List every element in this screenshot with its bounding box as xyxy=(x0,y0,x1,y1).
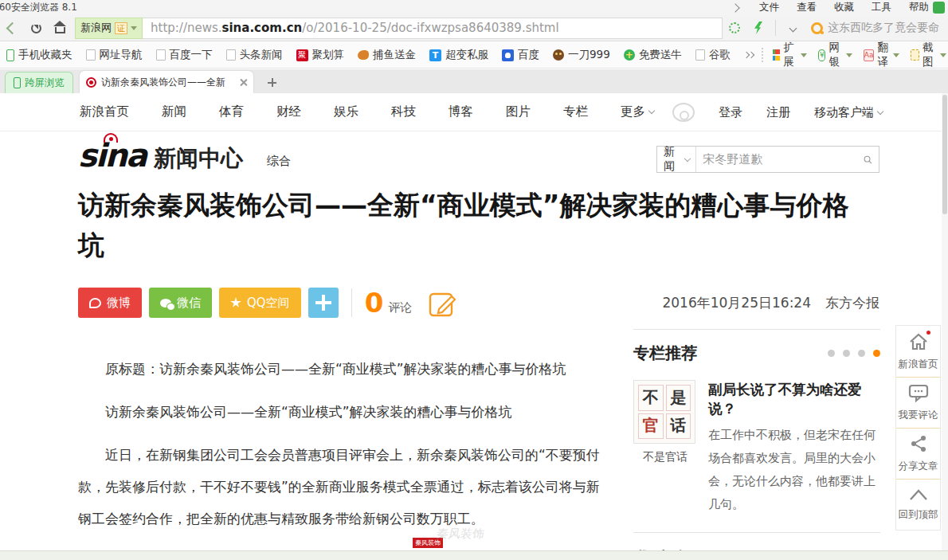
search-input[interactable] xyxy=(696,152,864,166)
search-engine-icon xyxy=(811,22,823,34)
nav-news[interactable]: 新闻 xyxy=(162,104,186,120)
share-weibo-button[interactable]: 微博 xyxy=(78,288,142,318)
phone-icon xyxy=(6,49,14,61)
rail-home-button[interactable]: 新浪首页 xyxy=(896,326,940,377)
bank-button[interactable]: 网银 xyxy=(818,41,852,69)
bookmark-baidu[interactable]: 百度 xyxy=(502,48,539,62)
bookmark-free-gift[interactable]: 免费送牛 xyxy=(624,48,682,62)
bookmark-yidao999[interactable]: 一刀999 xyxy=(553,48,610,62)
mobile-client-link[interactable]: 移动客户端 xyxy=(814,105,883,120)
nav-tech[interactable]: 科技 xyxy=(391,104,416,120)
calligraphy-image: 不 是 官 话 xyxy=(633,380,695,444)
translate-button[interactable]: 翻译 xyxy=(864,41,900,69)
rail-home-label: 新浪首页 xyxy=(899,358,938,371)
comment-count[interactable]: 0 xyxy=(365,287,384,319)
comment-icon xyxy=(908,383,929,405)
bookmark-game-server[interactable]: 超变私服 xyxy=(429,48,488,62)
carousel-dot[interactable] xyxy=(828,350,835,357)
bookmark-mobile-favorites[interactable]: 手机收藏夹 xyxy=(6,48,72,62)
owl-icon xyxy=(553,49,564,61)
grid-icon xyxy=(773,49,780,61)
back-button[interactable] xyxy=(0,18,24,38)
nav-blog[interactable]: 博客 xyxy=(449,104,473,120)
active-tab[interactable]: 访新余秦风装饰公司——全新 xyxy=(80,71,253,93)
chevron-down-icon xyxy=(893,53,899,57)
bookmark-juhuasuan[interactable]: 聚划算 xyxy=(296,48,345,62)
cross-screen-label: 跨屏浏览 xyxy=(25,76,65,90)
new-tab-button[interactable] xyxy=(261,75,282,91)
comment-label[interactable]: 评论 xyxy=(388,300,412,315)
article-title: 访新余秦风装饰公司——全新“商业模式”解决家装的糟心事与价格坑 xyxy=(78,186,871,265)
featured-title[interactable]: 副局长说了不算为啥还爱说？ xyxy=(708,380,880,418)
address-dropdown-button[interactable] xyxy=(781,18,805,38)
rail-share-button[interactable]: 分享文章 xyxy=(896,428,940,479)
browser-window: 360安全浏览器 8.1 文件 查看 收藏 工具 帮助 新浪网 证 http:/… xyxy=(0,0,948,560)
channel-label[interactable]: 综合 xyxy=(267,151,291,171)
share-wechat-button[interactable]: 微信 xyxy=(149,288,212,318)
bookmark-toutiao[interactable]: 头条新闻 xyxy=(226,48,283,62)
register-link[interactable]: 注册 xyxy=(766,105,790,120)
page-icon xyxy=(86,49,96,61)
url-field[interactable]: http://news.sina.com.cn/o/2016-10-25/doc… xyxy=(143,18,723,39)
nav-ent[interactable]: 娱乐 xyxy=(334,104,358,120)
ext-label: 网银 xyxy=(829,41,842,69)
quick-search-box[interactable]: 这东西吃多了竟会要命 xyxy=(811,21,948,35)
share-more-button[interactable] xyxy=(308,288,339,318)
cross-screen-button[interactable]: 跨屏浏览 xyxy=(5,72,73,93)
article-source[interactable]: 东方今报 xyxy=(825,294,879,312)
share-wechat-label: 微信 xyxy=(177,296,201,311)
rail-backtotop-label: 回到顶部 xyxy=(899,508,938,522)
search-category-select[interactable]: 新闻 xyxy=(657,147,696,172)
floating-toolbar: 新浪首页 我要评论 分享文章 回到顶部 xyxy=(895,325,941,531)
bookmarks-overflow-icon[interactable] xyxy=(744,53,754,57)
carousel-dot[interactable] xyxy=(843,350,850,357)
menu-overflow-icon[interactable] xyxy=(731,3,739,12)
tab-bar: 跨屏浏览 访新余秦风装饰公司——全新 xyxy=(0,69,948,93)
bookmark-fishing[interactable]: 捕鱼送金 xyxy=(358,48,416,62)
carousel-dot-active[interactable] xyxy=(873,350,880,357)
menu-tools[interactable]: 工具 xyxy=(872,1,891,14)
chevron-down-icon xyxy=(648,108,655,114)
search-icon[interactable] xyxy=(864,152,872,167)
bookmarks-bar: 手机收藏夹 网址导航 百度一下 头条新闻 聚划算 捕鱼送金 超变私服 百度 一刀… xyxy=(0,42,948,69)
site-section-title[interactable]: 新闻中心 xyxy=(154,146,243,171)
refresh-button[interactable] xyxy=(24,18,48,38)
nav-finance[interactable]: 财经 xyxy=(276,104,301,120)
menu-help[interactable]: 帮助 xyxy=(909,1,929,14)
bookmark-nav-site[interactable]: 网址导航 xyxy=(86,48,143,62)
scrollbar[interactable] xyxy=(942,93,948,550)
sina-logo[interactable]: sina xyxy=(78,139,146,171)
toolbar-divider xyxy=(775,20,776,36)
carousel-dot[interactable] xyxy=(858,350,865,357)
adfilter-button[interactable] xyxy=(723,18,746,38)
nav-sports[interactable]: 体育 xyxy=(219,104,244,120)
mobile-client-label: 移动客户端 xyxy=(814,105,874,120)
bookmark-baidu-search[interactable]: 百度一下 xyxy=(156,48,213,62)
screenshot-button[interactable]: 截图 xyxy=(911,41,946,69)
nav-photo[interactable]: 图片 xyxy=(506,104,531,120)
write-comment-icon[interactable] xyxy=(428,288,458,318)
rail-comment-button[interactable]: 我要评论 xyxy=(896,377,940,428)
bookmark-google[interactable]: 谷歌 xyxy=(695,48,731,62)
site-identity-badge[interactable]: 新浪网 证 xyxy=(75,18,143,39)
nav-home[interactable]: 新浪首页 xyxy=(80,104,129,120)
extensions-button[interactable]: 扩展 xyxy=(773,41,808,69)
scrollbar-thumb[interactable] xyxy=(942,95,947,214)
login-link[interactable]: 登录 xyxy=(719,105,742,120)
rail-backtotop-button[interactable]: 回到顶部 xyxy=(896,479,940,530)
nav-more[interactable]: 更多 xyxy=(621,104,654,120)
lightning-icon xyxy=(754,22,762,34)
menu-favorites[interactable]: 收藏 xyxy=(834,1,854,14)
rail-share-label: 分享文章 xyxy=(899,460,938,473)
menu-file[interactable]: 文件 xyxy=(759,1,779,14)
ext-label: 扩展 xyxy=(783,41,797,69)
close-tab-icon[interactable] xyxy=(240,79,247,86)
browser-logo-icon[interactable] xyxy=(933,2,945,14)
home-button[interactable] xyxy=(48,18,72,38)
nav-column[interactable]: 专栏 xyxy=(563,104,588,120)
toolbar-grip-icon[interactable] xyxy=(762,48,763,62)
turbo-button[interactable] xyxy=(746,18,770,38)
featured-thumb[interactable]: 不 是 官 话 不是官话 xyxy=(633,380,697,516)
menu-view[interactable]: 查看 xyxy=(797,1,817,14)
share-qzone-button[interactable]: QQ空间 xyxy=(219,288,301,318)
